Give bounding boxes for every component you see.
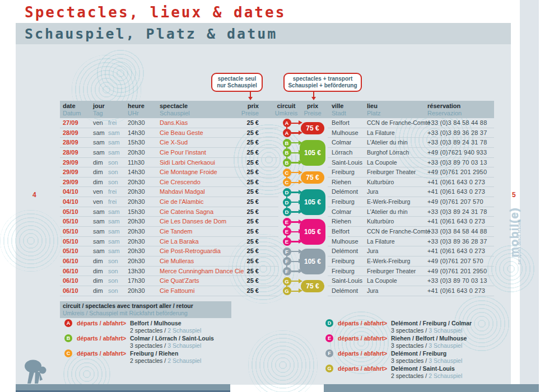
date-cell: 04/10 (63, 197, 78, 207)
city-cell: Riehen (332, 217, 351, 227)
day-fr-cell: dim (93, 276, 103, 286)
page-title-german: Schauspiel, Platz & datum (25, 26, 277, 42)
date-cell: 05/10 (63, 207, 78, 217)
table-row: 29/09 dim son 11h30 Sidi Larbi Cherkaoui… (60, 158, 494, 168)
city-cell: Saint-Louis (332, 158, 362, 168)
date-cell: 05/10 (63, 246, 78, 256)
city-cell: Delémont (332, 187, 358, 197)
table-row: 28/09 sam sam 20h30 Cie Pour l'instant 2… (60, 148, 494, 158)
time-cell: 20h30 (128, 178, 145, 188)
crouching-person-silhouette (24, 358, 53, 384)
day-de-cell: frei (108, 187, 117, 197)
day-de-cell: frei (108, 197, 117, 207)
callout-transport-fr: spectacles + transport (286, 76, 360, 82)
table-row: 04/10 ven frei 20h30 Cie de l'Alambic 25… (60, 197, 494, 207)
table-row: 05/10 sam sam 20h30 Cie Post-Retroguardi… (60, 246, 494, 256)
spectacle-count: 2 spectacles / 2 Schauspiel (130, 357, 201, 365)
time-cell: 20h30 (128, 187, 145, 197)
venue-cell: E-Werk-Freiburg (367, 256, 410, 267)
departure-cities: Belfort / Mulhouse (130, 320, 181, 327)
departure-cities: Delémont / Freiburg (391, 350, 446, 357)
price-cell: 25 € (214, 118, 259, 128)
departure-cities: Freiburg / Riehen (130, 350, 178, 357)
date-cell: 28/09 (63, 138, 78, 148)
brochure-spread: Spectacles, lieux & dates Schauspiel, Pl… (0, 0, 554, 392)
departure-label: départs / abfahrt (77, 335, 123, 342)
venue-cell: La Filature (367, 237, 395, 247)
price-cell: 25 € (214, 187, 259, 197)
table-row: 28/09 sam sam 15h30 Cie X-Sud 25 € Colma… (60, 138, 494, 148)
departure-label: départs / abfahrt (338, 365, 384, 372)
day-fr-cell: ven (93, 197, 103, 207)
ripple-decoration (0, 210, 62, 272)
day-de-cell: son (108, 178, 118, 188)
day-fr-cell: dim (93, 267, 103, 277)
departure-label: départs / abfahrt (77, 350, 123, 357)
spectacle-cell: Cie de l'Alambic (160, 197, 204, 207)
spectacle-cell: Cie X-Sud (160, 138, 188, 148)
spectacle-cell: Cie Post-Retroguardia (160, 246, 221, 256)
table-rows: 27/09 ven frei 20h30 Dans.Kias 25 € Belf… (60, 118, 494, 296)
bottom-bar-left (16, 384, 230, 392)
day-de-cell: sam (108, 237, 120, 247)
city-cell: Saint-Louis (332, 276, 362, 286)
reservation-phone-cell: +49 (0)761 207 570 (427, 197, 483, 207)
arrow-right-icon: > (123, 350, 126, 357)
ripple-decoration (95, 48, 146, 99)
city-cell: Belfort (332, 118, 350, 128)
time-cell: 20h30 (128, 148, 145, 158)
city-cell: Lörrach (332, 148, 352, 158)
venue-cell: Kulturbüro (367, 217, 394, 227)
price-cell: 25 € (214, 197, 259, 207)
venue-cell: CCN de Franche-Comté (367, 227, 430, 237)
time-cell: 11h30 (128, 158, 145, 168)
spectacle-count: 2 spectacles / 2 Schauspiel (130, 327, 201, 334)
time-cell: 20h30 (128, 256, 145, 267)
date-cell: 06/10 (63, 276, 78, 286)
circuit-letter-badge: E (325, 334, 333, 342)
time-cell: 20h30 (128, 246, 145, 256)
day-de-cell: son (108, 286, 118, 296)
departure-label: départs / abfahrt (338, 335, 384, 342)
day-de-cell: sam (108, 128, 120, 138)
day-fr-cell: dim (93, 256, 103, 267)
table-row: 06/10 dim son 20h30 Cie Fattoumi 25 € De… (60, 286, 494, 296)
city-cell: Delémont (332, 286, 358, 296)
circuit-letter-badge: G (325, 365, 333, 372)
callout-solo-fr: spectacle seul (213, 76, 260, 82)
price-cell: 25 € (214, 276, 259, 286)
city-cell: Colmar (332, 207, 351, 217)
venue-cell: La Coupole (367, 276, 397, 286)
city-cell: Mulhouse (332, 128, 359, 138)
venue-cell: La Coupole (367, 158, 397, 168)
reservation-phone-cell: +33 (0)3 89 70 03 13 (427, 276, 487, 286)
circuit-letter-badge: A (64, 319, 72, 327)
spectacle-cell: Cie Fattoumi (160, 286, 194, 296)
arrow-right-icon: > (384, 335, 387, 342)
arrow-right-icon: > (384, 350, 387, 357)
reservation-phone-cell: +41 (0)61 643 0 273 (427, 217, 485, 227)
price-cell: 25 € (214, 138, 259, 148)
city-cell: Freiburg (332, 256, 355, 267)
reservation-phone-cell: +41 (0)61 643 0 273 (427, 178, 485, 188)
venue-cell: Freiburger Theater (367, 167, 416, 178)
table-row: 04/10 ven frei 20h30 Mahdavi Madgal 25 €… (60, 187, 494, 197)
reservation-phone-cell: +33 (0)3 89 36 28 37 (427, 128, 487, 138)
city-cell: Mulhouse (332, 237, 359, 247)
venue-cell: L'Atelier du rhin (367, 138, 408, 148)
mobile-festival-logo-subtitle: european dance festival (517, 211, 523, 273)
table-row: 05/10 sam sam 20h30 Cie Les Danses de Do… (60, 217, 494, 227)
time-cell: 14h30 (128, 128, 145, 138)
arrow-right-icon: > (123, 335, 126, 342)
down-arrow-icon (250, 91, 251, 97)
departure-cities: Colmar / Lörrach / Saint-Louis (130, 335, 214, 342)
date-cell: 06/10 (63, 286, 78, 296)
day-de-cell: sam (108, 148, 120, 158)
reservation-phone-cell: +49 (0)761 201 2950 (427, 267, 487, 277)
spectacle-cell: Dans.Kias (160, 118, 188, 128)
spectacle-count: 3 spectacles / 3 Schauspiel (130, 342, 201, 349)
price-cell: 25 € (214, 217, 259, 227)
departure-cities: Delémont / Freiburg / Colmar (391, 320, 472, 327)
day-de-cell: sam (108, 138, 120, 148)
day-de-cell: sam (108, 207, 120, 217)
